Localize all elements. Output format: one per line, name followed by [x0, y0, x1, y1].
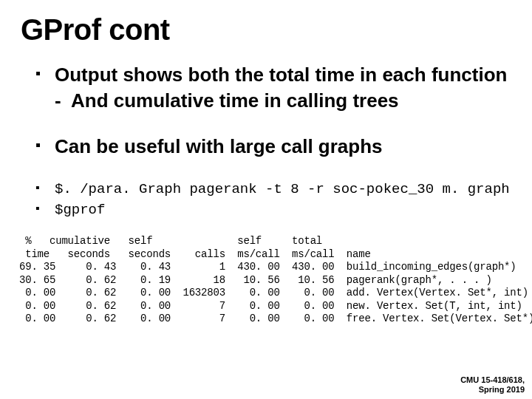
- sub-bullet-text: And cumulative time in calling trees: [71, 89, 399, 112]
- code-line: $. /para. Graph pagerank -t 8 -r soc-pok…: [35, 181, 511, 197]
- bullet-text: Output shows both the total time in each…: [55, 64, 507, 86]
- sub-bullet-item: And cumulative time in calling trees: [55, 89, 511, 113]
- table-row: 30. 65 0. 62 0. 19 18 10. 56 10. 56 page…: [19, 274, 492, 286]
- table-row: 0. 00 0. 62 0. 00 7 0. 00 0. 00 new. Ver…: [19, 300, 522, 312]
- slide-footer: CMU 15-418/618, Spring 2019: [460, 375, 525, 395]
- gprof-output: % cumulative self self total time second…: [19, 222, 511, 339]
- slide-title: GProf cont: [21, 13, 511, 47]
- code-bullet-list: $. /para. Graph pagerank -t 8 -r soc-pok…: [35, 181, 511, 218]
- bullet-text: Can be useful with large call graphs: [55, 135, 383, 157]
- code-line: $gprof: [35, 202, 511, 218]
- table-row: 69. 35 0. 43 0. 43 1 430. 00 430. 00 bui…: [19, 261, 516, 273]
- bullet-item: Can be useful with large call graphs: [35, 134, 511, 159]
- main-bullet-list: Output shows both the total time in each…: [35, 63, 511, 159]
- sub-bullet-list: And cumulative time in calling trees: [55, 89, 511, 113]
- table-header-row: % cumulative self self total: [19, 235, 389, 247]
- slide: GProf cont Output shows both the total t…: [0, 0, 532, 399]
- footer-course: CMU 15-418/618,: [460, 375, 525, 385]
- table-row: 0. 00 0. 62 0. 00 1632803 0. 00 0. 00 ad…: [19, 287, 528, 299]
- table-header-row: time seconds seconds calls ms/call ms/ca…: [19, 248, 395, 260]
- bullet-item: Output shows both the total time in each…: [35, 63, 511, 112]
- footer-term: Spring 2019: [460, 385, 525, 395]
- table-row: 0. 00 0. 62 0. 00 7 0. 00 0. 00 free. Ve…: [19, 313, 532, 324]
